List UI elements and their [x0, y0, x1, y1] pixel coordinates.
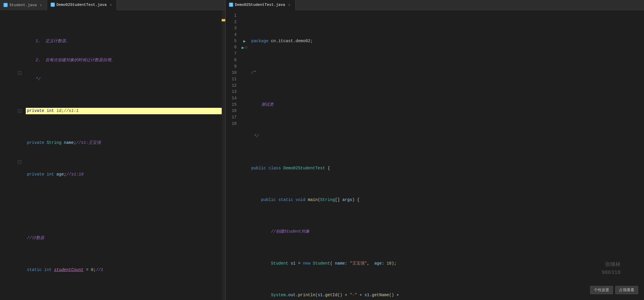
close-tab-student[interactable]: ✕ — [39, 3, 43, 7]
debug-icon-main[interactable]: ⬡ — [245, 46, 247, 49]
code-line-r3: 测试类 — [251, 102, 644, 108]
code-line-private-id: 💡 private int id;//s1:1 — [26, 108, 222, 114]
visit-button[interactable]: 占我看看 — [615, 286, 638, 294]
code-line-r5: public class Demo02StudentTest { — [251, 165, 644, 172]
code-line-r6: public static void main(String[] args) { — [251, 197, 644, 203]
line-numbers-left — [0, 10, 15, 300]
fold-marker-getid[interactable]: - — [18, 160, 21, 164]
fold-marker-constructor1[interactable]: - — [18, 71, 21, 75]
tab-label-student: Student.java — [9, 3, 37, 7]
tab-demo02-left[interactable]: J Demo02StudentTest.java ✕ — [47, 0, 117, 10]
editor-container: - - - — [0, 10, 644, 300]
tab-bar: J Student.java ✕ J Demo02StudentTest.jav… — [0, 0, 644, 10]
line-numbers-right: 1 2 3 4 5 6 7 8 9 10 11 12 13 14 15 16 1… — [226, 10, 240, 300]
code-line-r9: System.out.println(s1.getId() + "-" + s1… — [251, 292, 644, 299]
code-line-r2: /* — [251, 70, 644, 76]
code-content-left[interactable]: 1. 定义计数器。 2. 在每次创建对象的时候让计数器自增。 */ 💡 priv… — [23, 10, 222, 300]
tab-label-demo02-left: Demo02StudentTest.java — [57, 3, 107, 7]
close-tab-demo02-left[interactable]: ✕ — [108, 2, 113, 7]
minimap-left — [222, 10, 225, 300]
run-icon-class[interactable]: ▶ — [243, 39, 246, 44]
fold-marker-constructor2[interactable]: - — [18, 109, 21, 113]
settings-button[interactable]: 个性设置 — [590, 286, 613, 294]
code-line-blank1 — [26, 203, 222, 210]
tab-label-demo02-right: Demo02StudentTest.java — [235, 3, 285, 7]
code-line-blank2 — [26, 299, 222, 300]
close-tab-demo02-right[interactable]: ✕ — [287, 2, 292, 7]
tab-bar-right: J Demo02StudentTest.java ✕ — [226, 0, 644, 10]
code-line-private-name: private String name;//s1:王宝强 — [26, 140, 222, 146]
java-icon-3: J — [229, 3, 233, 7]
java-icon-2: J — [51, 3, 55, 7]
code-area-left: - - - — [0, 10, 225, 300]
code-line-static-count: static int studentCount = 0;//1 — [26, 267, 222, 273]
tab-student-java[interactable]: J Student.java ✕ — [0, 0, 47, 10]
gutter-left: - - - — [15, 10, 23, 300]
code-line-comment-counter: //计数器 — [26, 235, 222, 241]
code-line-r1: package cn.itcast.demo02; — [251, 38, 644, 45]
java-icon-1: J — [4, 3, 8, 7]
code-line-c3: */ — [26, 76, 222, 83]
code-line-c2: 2. 在每次创建对象的时候让计数器自增。 — [26, 57, 222, 64]
code-line-r7: //创建Student对象 — [251, 229, 644, 235]
tab-bar-left: J Student.java ✕ J Demo02StudentTest.jav… — [0, 0, 226, 10]
code-area-right: 1 2 3 4 5 6 7 8 9 10 11 12 13 14 15 16 1… — [226, 10, 644, 300]
bottom-buttons: 个性设置 占我看看 — [590, 286, 638, 294]
lightbulb-icon[interactable]: 💡 — [23, 108, 24, 115]
code-content-right[interactable]: package cn.itcast.demo02; /* 测试类 */ publ… — [249, 10, 644, 300]
editor-pane-right: 1 2 3 4 5 6 7 8 9 10 11 12 13 14 15 16 1… — [226, 10, 644, 300]
tab-demo02-right[interactable]: J Demo02StudentTest.java ✕ — [226, 0, 295, 10]
code-line-c1: 1. 定义计数器。 — [26, 38, 222, 45]
code-line-r8: Student s1 = new Student( name: "王宝强", a… — [251, 260, 644, 267]
code-line-r4: */ — [251, 133, 644, 140]
run-icon-main[interactable]: ▶ — [242, 45, 244, 50]
minimap-highlight — [222, 19, 225, 21]
code-line-private-age: private int age;//s1:18 — [26, 171, 222, 178]
gutter-right: ▶ ▶ ⬡ — [240, 10, 249, 300]
editor-pane-left: - - - — [0, 10, 226, 300]
